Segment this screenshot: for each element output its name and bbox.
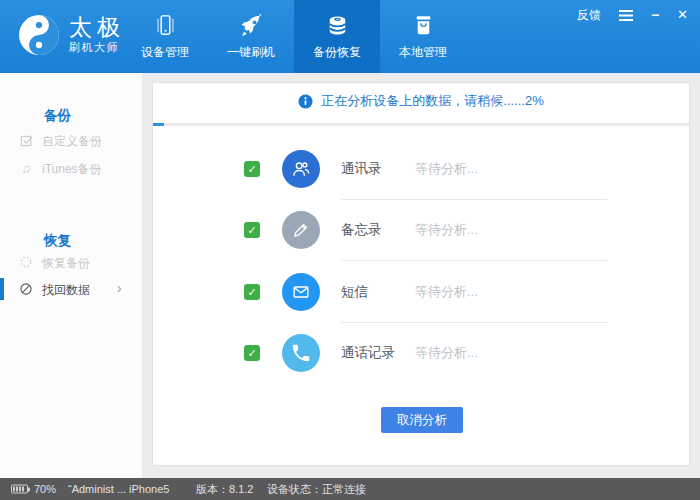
list-item-contacts: ✓ 通讯录 等待分析... (153, 138, 689, 200)
notes-checkbox[interactable]: ✓ (244, 222, 260, 238)
sms-checkbox[interactable]: ✓ (244, 284, 260, 300)
category-list: ✓ 通讯录 等待分析... ✓ (153, 138, 689, 384)
minimize-button[interactable]: − (651, 8, 659, 22)
sidebar-item-label: 找回数据 (42, 282, 90, 299)
analysis-status-text: 正在分析设备上的数据，请稍候......2% (321, 92, 543, 110)
contacts-icon (282, 150, 320, 188)
progress-bar (153, 123, 689, 126)
battery-fill (13, 487, 24, 492)
list-item-status: 等待分析... (415, 283, 478, 301)
tab-device-manage[interactable]: 设备管理 (122, 0, 208, 73)
sidebar-section-backup: 备份 (44, 107, 71, 125)
progress-fill (153, 123, 164, 126)
recover-data-icon (18, 281, 34, 297)
cancel-analysis-button[interactable]: 取消分析 (381, 407, 463, 433)
tab-backup-restore[interactable]: 备份恢复 (294, 0, 380, 73)
call-log-icon (282, 334, 320, 372)
taiji-logo-icon (18, 14, 60, 56)
sidebar-item-label: iTunes备份 (42, 161, 102, 178)
sidebar-item-restore-backup[interactable]: 恢复备份 (0, 251, 142, 273)
list-item-status: 等待分析... (415, 344, 478, 362)
list-item-status: 等待分析... (415, 160, 478, 178)
battery-percent: 70% (34, 483, 56, 495)
notes-icon (282, 211, 320, 249)
content-panel: 正在分析设备上的数据，请稍候......2% ✓ (152, 82, 690, 466)
tab-one-key-flash[interactable]: 一键刷机 (208, 0, 294, 73)
header-bar: 太极 刷机大师 设备管理 一键刷机 (0, 0, 700, 73)
app-logo: 太极 刷机大师 (18, 14, 125, 56)
sidebar-item-label: 自定义备份 (42, 133, 102, 150)
window-controls: 反馈 − ✕ (577, 7, 688, 23)
list-item-status: 等待分析... (415, 221, 478, 239)
call-log-checkbox[interactable]: ✓ (244, 345, 260, 361)
active-indicator (0, 278, 4, 300)
app-subtitle: 刷机大师 (69, 40, 125, 55)
database-icon (324, 12, 351, 39)
list-item-label: 通讯录 (341, 160, 382, 178)
sidebar-section-restore: 恢复 (44, 232, 71, 250)
list-item-label: 备忘录 (341, 221, 382, 239)
list-item-label: 通话记录 (341, 344, 395, 362)
status-bar: 70% “Administ ... iPhone5 版本：8.1.2 设备状态：… (0, 478, 700, 500)
app-body: 备份 自定义备份 ♫ iTunes备份 恢复 (0, 73, 700, 478)
menu-icon[interactable] (619, 10, 633, 21)
music-note-icon: ♫ (18, 160, 34, 176)
feedback-link[interactable]: 反馈 (577, 8, 601, 22)
ios-version: 版本：8.1.2 (196, 482, 253, 497)
info-icon (298, 94, 313, 109)
tab-label: 设备管理 (141, 44, 189, 61)
device-name: “Administ ... (68, 483, 126, 495)
battery-icon (11, 485, 28, 494)
app-logo-text: 太极 刷机大师 (69, 15, 125, 55)
sidebar: 备份 自定义备份 ♫ iTunes备份 恢复 (0, 73, 142, 478)
tab-label: 本地管理 (399, 44, 447, 61)
list-item-sms: ✓ 短信 等待分析... (153, 261, 689, 323)
sms-icon (282, 273, 320, 311)
sidebar-item-itunes-backup[interactable]: ♫ iTunes备份 (0, 157, 142, 179)
dashed-circle-icon (18, 254, 34, 270)
app-title: 太极 (69, 15, 125, 40)
main-nav: 设备管理 一键刷机 备份恢复 (122, 0, 466, 73)
checkbox-icon (18, 132, 34, 148)
close-button[interactable]: ✕ (677, 8, 688, 22)
bag-icon (410, 12, 437, 39)
chevron-right-icon: › (117, 280, 122, 296)
list-item-notes: ✓ 备忘录 等待分析... (153, 200, 689, 262)
sidebar-item-label: 恢复备份 (42, 255, 90, 272)
sidebar-item-custom-backup[interactable]: 自定义备份 (0, 129, 142, 151)
device-icon (152, 12, 179, 39)
sidebar-item-recover-data[interactable]: 找回数据 › (0, 278, 142, 300)
tab-label: 备份恢复 (313, 44, 361, 61)
device-model: iPhone5 (129, 483, 169, 495)
tab-local-manage[interactable]: 本地管理 (380, 0, 466, 73)
analysis-status-row: 正在分析设备上的数据，请稍候......2% (153, 92, 689, 110)
device-connection-state: 设备状态：正常连接 (267, 482, 366, 497)
tab-label: 一键刷机 (227, 44, 275, 61)
list-item-label: 短信 (341, 283, 368, 301)
rocket-icon (238, 12, 265, 39)
list-item-call-log: ✓ 通话记录 等待分析... (153, 323, 689, 385)
contacts-checkbox[interactable]: ✓ (244, 161, 260, 177)
